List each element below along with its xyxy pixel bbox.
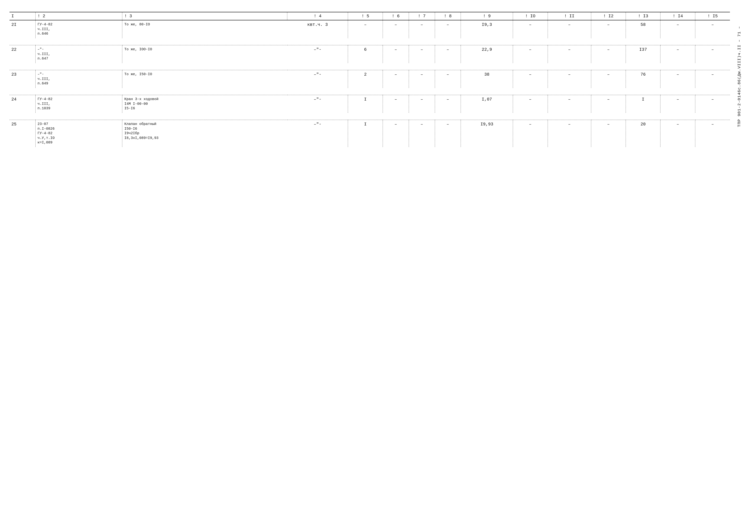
row-col14: –	[661, 45, 695, 63]
row-col11: –	[548, 95, 591, 113]
row-col15: –	[695, 95, 730, 113]
header-col-3: ! 3	[122, 12, 287, 20]
row-col6: –	[383, 45, 409, 63]
row-col7: –	[409, 45, 435, 63]
row-col8: –	[435, 45, 461, 63]
row-col5: 2	[348, 70, 383, 88]
row-col7: –	[409, 20, 435, 38]
row-col9: I,07	[461, 95, 513, 113]
row-col10: –	[513, 120, 548, 147]
header-col-15: ! I5	[695, 12, 730, 20]
row-col10: –	[513, 20, 548, 38]
row-col9: I9,93	[461, 120, 513, 147]
row-col8: –	[435, 120, 461, 147]
row-col6: –	[383, 95, 409, 113]
row-col4: –"-	[287, 95, 348, 113]
row-num: 23	[10, 70, 36, 88]
spacer-row	[10, 113, 730, 120]
row-col13: I37	[626, 45, 661, 63]
header-col-9: ! 9	[461, 12, 513, 20]
row-col9: 38	[461, 70, 513, 88]
row-col6: –	[383, 120, 409, 147]
row-col6: –	[383, 20, 409, 38]
table-row: 2IГУ-4-82ч.III,п.646То же, 80-IOквт.ч. 3…	[10, 20, 730, 38]
row-col10: –	[513, 45, 548, 63]
row-col7: –	[409, 70, 435, 88]
spacer-row	[10, 63, 730, 70]
row-col2: ГУ-4-82ч.III,п.646	[36, 20, 122, 38]
row-col13: 20	[626, 120, 661, 147]
header-col-6: ! 6	[383, 12, 409, 20]
spacer-row	[10, 88, 730, 95]
row-col15: –	[695, 20, 730, 38]
row-col9: I9,3	[461, 20, 513, 38]
row-col14: –	[661, 120, 695, 147]
row-col12: –	[591, 95, 626, 113]
row-col11: –	[548, 45, 591, 63]
row-col12: –	[591, 70, 626, 88]
header-col-1: I	[10, 12, 36, 20]
table-row: 2523-07п.I-0826ГУ-4-82ч.У,т.IOк=I,089Кла…	[10, 120, 730, 147]
row-col14: –	[661, 20, 695, 38]
row-col3: Клапан обратныйI50-I6I9ч2IбрI8,3хI,089=I…	[122, 120, 287, 147]
spacer-row	[10, 38, 730, 45]
main-table: I ! 2 ! 3 ! 4 ! 5 ! 6 ! 7 ! 8 ! 9 ! IO !…	[10, 12, 730, 147]
row-col8: –	[435, 70, 461, 88]
row-col5: I	[348, 95, 383, 113]
row-col7: –	[409, 120, 435, 147]
row-col15: –	[695, 70, 730, 88]
row-col8: –	[435, 20, 461, 38]
row-col5: I	[348, 120, 383, 147]
row-col15: –	[695, 45, 730, 63]
row-col10: –	[513, 70, 548, 88]
row-col5: 6	[348, 45, 383, 63]
row-col12: –	[591, 20, 626, 38]
row-num: 2I	[10, 20, 36, 38]
row-num: 24	[10, 95, 36, 113]
row-col5: –	[348, 20, 383, 38]
header-col-13: ! I3	[626, 12, 661, 20]
row-col2: –"-ч.III,п.649	[36, 70, 122, 88]
header-col-10: ! IO	[513, 12, 548, 20]
row-col3: То же, 80-IO	[122, 20, 287, 38]
row-num: 25	[10, 120, 36, 147]
row-col7: –	[409, 95, 435, 113]
row-col13: 76	[626, 70, 661, 88]
row-col11: –	[548, 70, 591, 88]
row-num: 22	[10, 45, 36, 63]
row-col12: –	[591, 120, 626, 147]
row-col12: –	[591, 45, 626, 63]
row-col8: –	[435, 95, 461, 113]
row-col4: –"-	[287, 45, 348, 63]
header-col-8: ! 8	[435, 12, 461, 20]
header-col-12: ! I2	[591, 12, 626, 20]
page-container: ТПР 901-2-0146с.86(Дм.VIII)ч.II – 71 – I…	[10, 12, 742, 147]
row-col3: То же, I50-IO	[122, 70, 287, 88]
header-col-2: ! 2	[36, 12, 122, 20]
header-col-14: ! I4	[661, 12, 695, 20]
table-row: 22–"-ч.III,п.647То же, IOO-IO–"-6–––22,9…	[10, 45, 730, 63]
row-col13: I	[626, 95, 661, 113]
table-row: 24ГУ-4-82ч.III,п.1039Кран 3-х ходовойI4М…	[10, 95, 730, 113]
row-col4: –"-	[287, 120, 348, 147]
row-col3: То же, IOO-IO	[122, 45, 287, 63]
row-col2: ГУ-4-82ч.III,п.1039	[36, 95, 122, 113]
row-col14: –	[661, 95, 695, 113]
row-col9: 22,9	[461, 45, 513, 63]
row-col2: 23-07п.I-0826ГУ-4-82ч.У,т.IOк=I,089	[36, 120, 122, 147]
header-col-5: ! 5	[348, 12, 383, 20]
row-col6: –	[383, 70, 409, 88]
header-col-11: ! II	[548, 12, 591, 20]
row-col15: –	[695, 120, 730, 147]
row-col4: квт.ч. 3	[287, 20, 348, 38]
table-header: I ! 2 ! 3 ! 4 ! 5 ! 6 ! 7 ! 8 ! 9 ! IO !…	[10, 12, 730, 20]
row-col11: –	[548, 120, 591, 147]
row-col4: –"-	[287, 70, 348, 88]
header-col-7: ! 7	[409, 12, 435, 20]
row-col10: –	[513, 95, 548, 113]
row-col13: 58	[626, 20, 661, 38]
table-row: 23–"-ч.III,п.649То же, I50-IO–"-2–––38––…	[10, 70, 730, 88]
row-col2: –"-ч.III,п.647	[36, 45, 122, 63]
row-col3: Кран 3-х ходовойI4М I-00-00I5-I6	[122, 95, 287, 113]
header-col-4: ! 4	[287, 12, 348, 20]
